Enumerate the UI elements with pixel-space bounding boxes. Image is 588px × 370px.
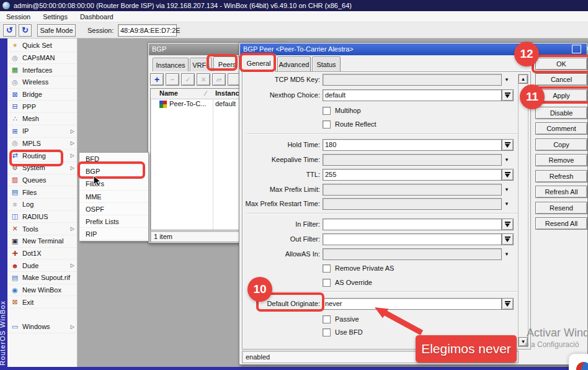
step-badge-10: 10 [247,277,272,302]
sidebar-item-log[interactable]: Log [7,199,77,211]
form-row: Hold Time: 180 s [241,139,531,151]
passive-checkbox[interactable] [323,315,331,323]
load-dropdown-icon[interactable] [502,219,514,230]
sidebar-item-bridge[interactable]: Bridge [7,89,77,101]
resend-button[interactable]: Resend [535,202,587,214]
remove-private-as-checkbox[interactable] [323,264,331,273]
sidebar-item-make-supout[interactable]: Make Supout.rif [7,272,77,284]
ttl-field[interactable]: 255 [323,169,502,181]
dropdown-icon[interactable]: ▼ [504,251,509,257]
sidebar-item-files[interactable]: Files [7,186,77,199]
resend-all-button[interactable]: Resend All [535,217,587,230]
window-titlebar: admin@50:00:00:08:00:00 (Router Borde IS… [0,0,588,11]
sidebar-item-radius[interactable]: RADIUS [7,211,77,223]
corner-app-card[interactable] [569,354,588,370]
hold-time-field[interactable]: 180 [323,139,502,151]
add-icon[interactable]: + [150,73,164,86]
sidebar-item-mpls[interactable]: MPLS▷ [7,138,77,150]
keepalive-time-field[interactable] [323,154,502,166]
as-override-checkbox[interactable] [323,279,331,287]
menu-settings[interactable]: Settings [37,13,74,20]
dropdown-icon[interactable]: ▼ [504,77,509,83]
max-prefix-restart-time-field[interactable] [323,198,502,210]
sidebar-item-windows[interactable]: Windows▷ [7,321,77,333]
multihop-checkbox[interactable] [323,107,331,115]
as-override-label: AS Override [335,279,372,286]
sidebar-item-dot1x[interactable]: Dot1X [7,248,77,260]
cancel-button[interactable]: Cancel [535,73,587,86]
sidebar-item-dude[interactable]: Dude▷ [7,259,77,272]
load-dropdown-icon[interactable] [502,139,514,151]
submenu-item-filters[interactable]: Filters [79,178,148,190]
scroll-up-icon[interactable]: ▲ [519,74,528,84]
copy-button[interactable]: Copy [535,138,587,151]
sidebar-item-quick-set[interactable]: Quick Set [7,40,77,52]
sidebar-item-ppp[interactable]: PPP [7,101,77,113]
undo-icon[interactable]: ↺ [3,24,16,37]
remove-button[interactable]: Remove [535,154,587,166]
keepalive-time-label: Keepalive Time: [241,154,320,166]
sidebar-item-mesh[interactable]: Mesh [7,113,77,125]
antenna-icon [11,78,19,86]
form-row: In Filter: [241,219,531,230]
redo-icon[interactable]: ↻ [19,24,32,37]
sidebar-item-ip[interactable]: IP▷ [7,125,77,138]
sidebar-item-tools[interactable]: Tools▷ [7,223,77,235]
column-header-name[interactable]: Name [159,89,178,97]
load-dropdown-icon[interactable] [502,89,514,101]
copy-sheet-icon[interactable]: ▱ [212,73,226,86]
ip-icon [11,127,19,135]
submenu-item-mme[interactable]: MME [79,191,148,203]
refresh-all-button[interactable]: Refresh All [535,186,587,198]
sidebar-item-new-winbox[interactable]: New WinBox [7,284,77,297]
allowas-in-field[interactable] [323,248,502,260]
submenu-item-prefix-lists[interactable]: Prefix Lists [79,215,148,228]
menu-session[interactable]: Session [0,13,37,20]
dropdown-icon[interactable]: ▼ [504,157,509,163]
refresh-button[interactable]: Refresh [535,170,587,183]
checkbox-row: Route Reflect [241,120,531,130]
disable-button[interactable]: Disable [535,107,587,119]
sidebar-item-capsman[interactable]: CAPsMAN [7,52,77,65]
session-input[interactable]: 48:A9:8A:EE:D7:2E [118,24,177,37]
comment-button[interactable]: Comment [535,122,587,135]
in-filter-field[interactable] [323,219,502,230]
sidebar-item-interfaces[interactable]: Interfaces [7,64,77,76]
nexthop-choice-field[interactable]: default [323,89,502,101]
tcp-md5-key-field[interactable] [323,74,502,86]
submenu-item-ospf[interactable]: OSPF [79,203,148,215]
route-reflect-checkbox[interactable] [323,120,331,129]
vertical-scrollbar[interactable]: ▲ ▼ [518,74,528,347]
sidebar-item-queues[interactable]: Queues [7,174,77,187]
safe-mode-button[interactable]: Safe Mode [37,24,76,37]
load-dropdown-icon[interactable] [502,169,514,181]
tab-status[interactable]: Status [312,56,341,72]
dropdown-icon[interactable]: ▼ [504,187,509,192]
annotation-callout: Elegimos never [416,335,517,363]
out-filter-label: Out Filter: [241,233,320,245]
sidebar-item-exit[interactable]: Exit [7,296,77,309]
remove-icon[interactable]: − [166,73,179,86]
load-dropdown-icon[interactable] [502,233,514,245]
sidebar-item-new-terminal[interactable]: New Terminal [7,235,77,248]
sidebar-item-wireless[interactable]: Wireless [7,76,77,89]
max-prefix-limit-field[interactable] [323,184,502,196]
use-bfd-checkbox[interactable] [323,328,331,336]
load-dropdown-icon[interactable] [502,298,514,310]
maximize-icon[interactable] [572,45,581,53]
submenu-arrow-icon: ▷ [71,165,74,171]
submenu-item-rip[interactable]: RIP [79,228,148,240]
disable-cross-icon[interactable]: ✕ [197,73,210,86]
session-label: Session: [87,27,114,34]
corner-app-logo-icon [576,362,588,370]
sort-indicator-icon[interactable]: ∕ [205,89,207,97]
dropdown-icon[interactable]: ▼ [504,201,509,207]
out-filter-field[interactable] [323,233,502,245]
close-icon[interactable]: ✕ [584,45,588,53]
tab-instances[interactable]: Instances [153,58,189,71]
enable-check-icon[interactable]: ✓ [181,73,195,86]
submenu-arrow-icon: ▷ [71,153,74,158]
menu-dashboard[interactable]: Dashboard [74,13,120,20]
tab-advanced[interactable]: Advanced [277,56,311,72]
highlight-box-routing [9,150,63,166]
